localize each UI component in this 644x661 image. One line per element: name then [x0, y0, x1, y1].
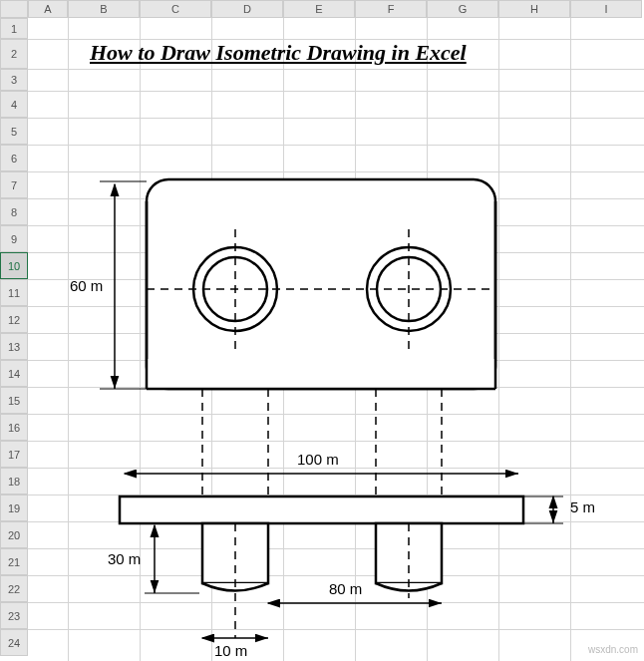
watermark: wsxdn.com [588, 644, 638, 655]
isometric-drawing [0, 0, 644, 661]
dim-100m: 100 m [297, 451, 339, 468]
svg-rect-16 [120, 496, 523, 523]
dim-80m: 80 m [329, 580, 362, 597]
dim-30m: 30 m [108, 550, 141, 567]
dim-5m: 5 m [570, 498, 595, 515]
dim-60m: 60 m [70, 277, 103, 294]
dim-left-width: 10 m [214, 642, 247, 659]
svg-rect-1 [147, 359, 495, 389]
